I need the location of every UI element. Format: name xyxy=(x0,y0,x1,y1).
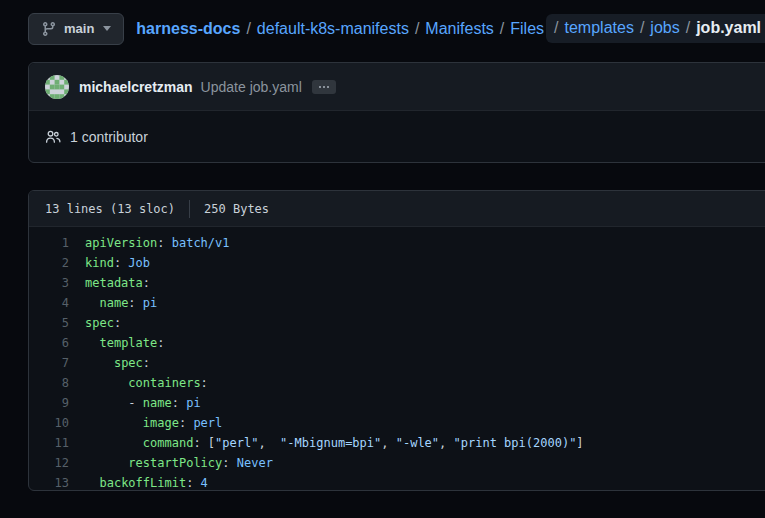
code-line: 5spec: xyxy=(29,313,765,333)
breadcrumb-separator: / xyxy=(409,20,425,38)
code-line: 6 template: xyxy=(29,333,765,353)
line-number[interactable]: 5 xyxy=(29,313,85,333)
line-number[interactable]: 8 xyxy=(29,373,85,393)
code-line: 13 backoffLimit: 4 xyxy=(29,473,765,491)
branch-name: main xyxy=(64,21,94,36)
code-line: 8 containers: xyxy=(29,373,765,393)
code-line: 3metadata: xyxy=(29,273,765,293)
file-lines-info: 13 lines (13 sloc) xyxy=(45,202,175,216)
commit-author-link[interactable]: michaelcretzman xyxy=(79,79,193,95)
breadcrumb-link-templates[interactable]: templates xyxy=(565,19,634,37)
breadcrumb-link-jobs[interactable]: jobs xyxy=(650,19,679,37)
branch-selector-button[interactable]: main xyxy=(28,13,124,45)
breadcrumb-link-default-k8s-manifests[interactable]: default-k8s-manifests xyxy=(257,20,409,38)
code-lines: 1apiVersion: batch/v12kind: Job3metadata… xyxy=(29,227,765,491)
code-text: name: pi xyxy=(85,293,157,313)
commit-ellipsis-button[interactable] xyxy=(312,80,336,94)
code-text: backoffLimit: 4 xyxy=(85,473,208,491)
line-number[interactable]: 11 xyxy=(29,433,85,453)
code-line: 2kind: Job xyxy=(29,253,765,273)
breadcrumb-link-Files[interactable]: Files xyxy=(510,20,544,38)
code-text: spec: xyxy=(85,353,150,373)
code-line: 1apiVersion: batch/v1 xyxy=(29,233,765,253)
line-number[interactable]: 1 xyxy=(29,233,85,253)
latest-commit-box: michaelcretzman Update job.yaml 1 contri… xyxy=(28,62,765,163)
code-text: restartPolicy: Never xyxy=(85,453,273,473)
line-number[interactable]: 7 xyxy=(29,353,85,373)
breadcrumb-separator: / xyxy=(634,19,650,37)
people-icon xyxy=(45,129,70,145)
breadcrumb: harness-docs/default-k8s-manifests/Manif… xyxy=(136,14,765,43)
commit-message-link[interactable]: Update job.yaml xyxy=(201,79,302,95)
breadcrumb-current-file: job.yaml xyxy=(696,19,761,37)
breadcrumb-separator: / xyxy=(240,20,256,38)
code-line: 9 - name: pi xyxy=(29,393,765,413)
code-text: kind: Job xyxy=(85,253,150,273)
git-branch-icon xyxy=(41,21,57,37)
latest-commit-row: michaelcretzman Update job.yaml xyxy=(29,63,765,111)
line-number[interactable]: 4 xyxy=(29,293,85,313)
line-number[interactable]: 2 xyxy=(29,253,85,273)
file-meta-bar: 13 lines (13 sloc) 250 Bytes xyxy=(29,191,765,227)
code-line: 4 name: pi xyxy=(29,293,765,313)
code-text: image: perl xyxy=(85,413,222,433)
contributors-row: 1 contributor xyxy=(29,111,765,162)
file-size-info: 250 Bytes xyxy=(204,202,269,216)
code-text: template: xyxy=(85,333,164,353)
code-text: command: ["perl", "-Mbignum=bpi", "-wle"… xyxy=(85,433,584,453)
code-line: 10 image: perl xyxy=(29,413,765,433)
code-line: 11 command: ["perl", "-Mbignum=bpi", "-w… xyxy=(29,433,765,453)
code-line: 7 spec: xyxy=(29,353,765,373)
contributors-link[interactable]: 1 contributor xyxy=(70,129,148,145)
breadcrumb-separator: / xyxy=(680,19,696,37)
avatar[interactable] xyxy=(45,75,69,99)
code-text: apiVersion: batch/v1 xyxy=(85,233,230,253)
code-text: spec: xyxy=(85,313,121,333)
chevron-down-icon xyxy=(103,26,111,31)
code-text: metadata: xyxy=(85,273,150,293)
line-number[interactable]: 6 xyxy=(29,333,85,353)
breadcrumb-link-Manifests[interactable]: Manifests xyxy=(425,20,493,38)
code-text: - name: pi xyxy=(85,393,201,413)
line-number[interactable]: 10 xyxy=(29,413,85,433)
line-number[interactable]: 9 xyxy=(29,393,85,413)
breadcrumb-separator: / xyxy=(494,20,510,38)
line-number[interactable]: 13 xyxy=(29,473,85,491)
breadcrumb-separator: / xyxy=(548,19,564,37)
code-text: containers: xyxy=(85,373,208,393)
breadcrumb-highlight: /templates/jobs/job.yaml xyxy=(546,14,765,43)
meta-divider xyxy=(189,200,190,218)
file-navigation-bar: main harness-docs/default-k8s-manifests/… xyxy=(28,12,765,45)
breadcrumb-link-harness-docs[interactable]: harness-docs xyxy=(136,20,240,38)
line-number[interactable]: 12 xyxy=(29,453,85,473)
file-content-box: 13 lines (13 sloc) 250 Bytes 1apiVersion… xyxy=(28,190,765,491)
line-number[interactable]: 3 xyxy=(29,273,85,293)
code-line: 12 restartPolicy: Never xyxy=(29,453,765,473)
